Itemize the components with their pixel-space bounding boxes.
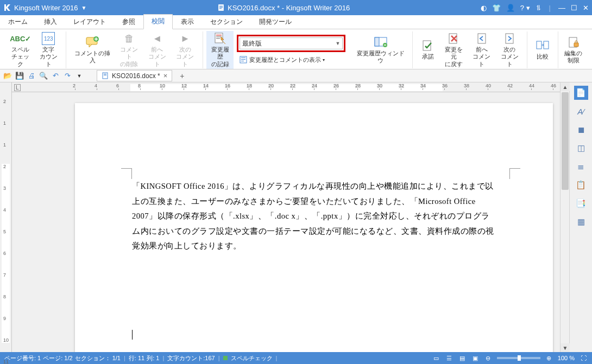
status-page-no[interactable]: ページ番号: 1 [4,354,41,362]
vertical-scrollbar[interactable]: ▲ ▼ [560,82,569,352]
document-page[interactable]: 「KINGSOFT Office 2016」は、よりグラフィカルな再現性の向上や… [75,103,553,352]
spell-check-button[interactable]: ABC✓ スペル チェック [7,31,34,69]
side-panel: 📄 A⁄ ◼ ◫ ≣ 📋 📑 ▦ [569,82,592,352]
tab-developer[interactable]: 開発ツール [251,15,300,29]
chevron-down-icon: ▼ [336,41,341,46]
undo-icon[interactable]: ↶ [51,72,60,80]
svg-rect-16 [375,37,379,46]
scroll-up-icon[interactable]: ▲ [560,82,570,91]
doc-icon [217,4,225,11]
svg-rect-13 [241,59,245,60]
svg-rect-25 [574,43,578,47]
collapse-icon[interactable]: ⥮ [536,4,541,12]
status-bar: ページ番号: 1 ページ: 1/2 セクション： 1/1 | 行: 11 列: … [0,352,592,364]
svg-rect-26 [103,73,108,79]
accept-icon [421,39,434,52]
sp-grid-icon[interactable]: ▦ [574,215,588,229]
tab-insert[interactable]: 挿入 [36,15,65,29]
moon-icon[interactable]: ◐ [481,4,487,12]
delete-comment-button[interactable]: 🗑 コメント の削除 [115,31,143,69]
view-read-icon[interactable]: ▣ [471,354,480,362]
scroll-down-icon[interactable]: ▼ [560,343,570,352]
show-changes-button[interactable]: 変更履歴とコメントの表示 ▾ [237,54,345,65]
print-preview-icon[interactable]: 🔍 [39,72,48,80]
window-icon [374,36,387,49]
page-area[interactable]: 「KINGSOFT Office 2016」は、よりグラフィカルな再現性の向上や… [12,82,560,352]
word-count-button[interactable]: 123 文字 カウント [34,31,62,69]
open-icon[interactable]: 📂 [3,72,12,80]
zoom-in-button[interactable]: ⊕ [545,354,553,362]
user-icon[interactable]: 👤 [506,4,515,12]
tab-reference[interactable]: 参照 [114,15,143,29]
quick-access-toolbar: 📂 💾 🖨 🔍 ↶ ↷ ▼ KSO2016.docx * × + [0,69,592,82]
maximize-button[interactable]: ☐ [571,4,577,12]
svg-rect-4 [219,8,222,9]
print-icon[interactable]: 🖨 [27,72,36,80]
save-icon[interactable]: 💾 [15,72,24,80]
status-char-count[interactable]: 文字カウント:167 [167,354,215,362]
comment-delete-icon: 🗑 [123,32,136,45]
insert-comment-button[interactable]: コメントの挿入 [70,35,115,65]
compare-button[interactable]: 比較 [531,38,555,61]
new-tab-button[interactable]: + [180,72,184,80]
sp-list-icon[interactable]: ≣ [574,159,588,174]
menu-bar: ホーム 挿入 レイアウト 参照 校閲 表示 セクション 開発ツール [0,15,592,29]
zoom-slider[interactable] [497,357,540,359]
next-change-button[interactable]: 次の コメント [496,31,524,69]
tab-home[interactable]: ホーム [0,15,36,29]
tab-review[interactable]: 校閲 [143,14,173,29]
status-line: 行: 11 [129,354,144,362]
status-page[interactable]: ページ: 1/2 [43,354,72,362]
status-section[interactable]: セクション： 1/1 [75,354,121,362]
tab-section[interactable]: セクション [202,15,251,29]
svg-rect-28 [104,75,106,75]
status-spell[interactable]: スペルチェック [231,354,273,362]
system-buttons: ◐ 👕 👤 ? ▾ ⥮ | — ☐ ✕ [481,4,589,12]
shirt-icon[interactable]: 👕 [492,4,501,12]
sp-doc2-icon[interactable]: 📑 [574,196,588,210]
view-print-icon[interactable]: ▭ [432,354,440,362]
app-menu-chevron-icon[interactable]: ▼ [81,5,87,11]
scroll-thumb[interactable] [562,92,569,190]
redo-icon[interactable]: ↷ [63,72,72,80]
title-bar: Kingsoft Writer 2016 ▼ KSO2016.docx * - … [0,0,592,15]
fullscreen-icon[interactable]: ⛶ [579,354,588,362]
accept-button[interactable]: 承諾 [416,38,440,61]
sp-shapes-icon[interactable]: ◫ [574,141,588,155]
tab-view[interactable]: 表示 [173,15,202,29]
document-tab[interactable]: KSO2016.docx * × [97,70,172,81]
revert-button[interactable]: 変更を元 に戻す [440,31,468,69]
svg-rect-2 [219,6,223,7]
sp-square-icon[interactable]: ◼ [574,123,588,137]
lock-icon [567,36,580,49]
view-outline-icon[interactable]: ☰ [445,354,454,362]
sp-doc-icon[interactable]: 📄 [574,86,588,100]
chevron-down-icon[interactable]: ▼ [75,72,84,80]
changes-window-button[interactable]: 変更履歴ウィンドウ [352,35,408,65]
paragraph[interactable]: 「KINGSOFT Office 2016」は、よりグラフィカルな再現性の向上や… [132,179,496,254]
zoom-out-button[interactable]: ⊖ [484,354,493,362]
tab-layout[interactable]: レイアウト [65,15,114,29]
window-title: KSO2016.docx * - Kingsoft Writer 2016 [217,4,350,12]
zoom-value[interactable]: 100 % [558,355,575,361]
sp-clipboard-icon[interactable]: 📋 [574,178,588,192]
minimize-button[interactable]: — [558,4,565,12]
ruler-vertical[interactable]: 21123456789101112 [0,82,12,352]
next-comment-button[interactable]: ► 次の コメント [171,31,199,69]
svg-rect-8 [216,35,222,36]
close-button[interactable]: ✕ [583,4,589,12]
spell-ok-icon [223,356,228,360]
app-name: Kingsoft Writer 2016 [14,4,78,12]
prev-change-button[interactable]: 前へ コメント [468,31,495,69]
svg-rect-12 [241,58,245,58]
help-icon[interactable]: ? ▾ [520,4,530,12]
svg-rect-21 [506,34,513,43]
track-changes-button[interactable]: 変更履歴 の記録 [206,31,234,69]
arrow-left-icon: ◄ [150,32,163,45]
restrict-edit-button[interactable]: 編集の 制限 [562,35,585,65]
display-mode-select[interactable]: 最終版 ▼ [237,35,345,52]
view-web-icon[interactable]: ▤ [458,354,467,362]
sp-style-icon[interactable]: A⁄ [574,104,588,118]
prev-comment-button[interactable]: ◄ 前へ コメント [143,31,172,69]
close-tab-icon[interactable]: × [163,72,168,80]
